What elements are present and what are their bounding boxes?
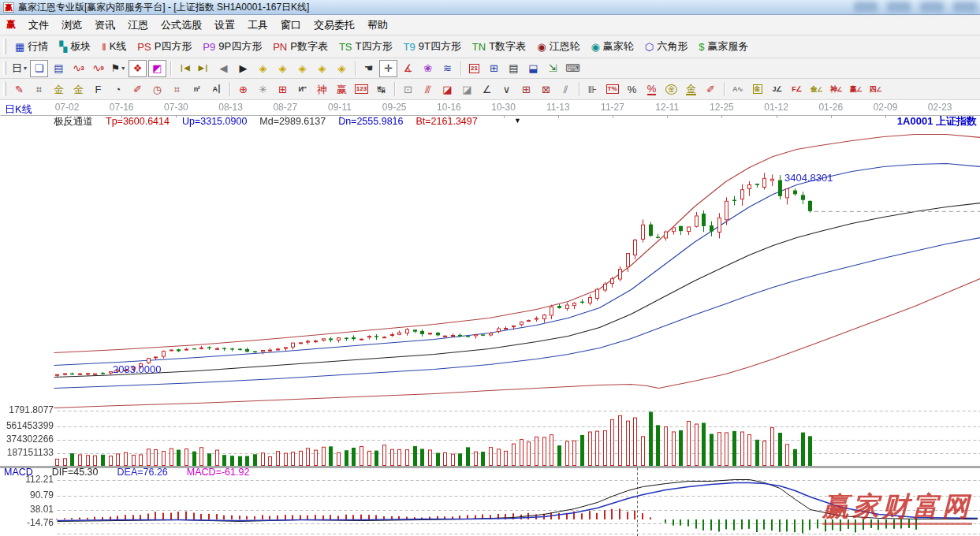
t-table-button[interactable]: TNT数字表 <box>467 37 531 56</box>
menu-item[interactable]: 设置 <box>208 15 241 35</box>
menu-item[interactable]: 交易委托 <box>307 15 361 35</box>
prev-bar-button[interactable]: ◀ <box>214 60 233 77</box>
next-bar-button[interactable]: ▶ <box>234 60 252 77</box>
crosshair-tool-button[interactable]: ✛ <box>379 60 397 77</box>
window-control-button[interactable] <box>953 2 977 12</box>
fit-y-button[interactable]: ◈ <box>313 60 331 77</box>
flag-dropdown[interactable]: ⚑▾ <box>109 60 127 77</box>
gold-angle-tool[interactable]: 金∠ <box>807 80 825 98</box>
width-gauge-tool[interactable]: ↹ <box>372 80 390 98</box>
wave-9-button[interactable]: ∿9 <box>89 60 107 77</box>
f10-info-button[interactable]: ▤ <box>50 60 68 77</box>
angle-rays-tool[interactable]: ∠ <box>478 80 496 98</box>
price-ladder-tool[interactable]: ⊪ <box>583 80 602 98</box>
t-square-button[interactable]: TST四方形 <box>333 37 398 56</box>
f-angle-tool[interactable]: F∠ <box>788 80 806 98</box>
parallel-lines-tool[interactable]: ⫽ <box>557 80 575 98</box>
9t-square-button[interactable]: T99T四方形 <box>397 37 466 56</box>
menu-item[interactable]: 工具 <box>241 15 274 35</box>
a-wave-tool[interactable]: A∿ <box>728 80 747 98</box>
f-grid-tool[interactable]: F <box>89 80 107 98</box>
spiral-tool[interactable]: ◔ <box>109 80 127 98</box>
circle-cross-tool[interactable]: ⊕ <box>234 80 252 98</box>
toolbar-grip[interactable] <box>3 39 6 54</box>
winner-wheel-button[interactable]: ◉赢家轮 <box>585 37 639 56</box>
brush-tool[interactable]: ✐ <box>129 80 147 98</box>
gann-flower-button[interactable]: ❀ <box>419 60 437 77</box>
winner-service-button[interactable]: $赢家服务 <box>693 37 754 56</box>
fan-box-tool[interactable]: ◪ <box>438 80 456 98</box>
gold-grid2-tool[interactable]: 金 <box>69 80 88 98</box>
a-channel-tool[interactable]: A⎮ <box>207 80 225 98</box>
si-angle-tool[interactable]: 四∠ <box>866 80 885 98</box>
toolbar-grip[interactable] <box>3 61 6 76</box>
menu-item[interactable]: 江恩 <box>121 15 155 35</box>
kline-button[interactable]: ‖K线 <box>96 37 132 56</box>
fan-lines-tool[interactable]: ⫻ <box>419 80 437 98</box>
ruler-123-tool[interactable]: 123 <box>352 80 371 98</box>
gold-line-tool[interactable]: 金 <box>682 80 700 98</box>
square-web-tool[interactable]: ⊞ <box>274 80 292 98</box>
menu-item[interactable]: 帮助 <box>361 15 394 35</box>
select-rect-tool[interactable]: ⊡ <box>399 80 417 98</box>
gann-box-button[interactable]: ❖ <box>129 60 147 77</box>
menu-item[interactable]: 窗口 <box>274 15 307 35</box>
window-control-button[interactable] <box>920 2 944 12</box>
ying-angle-tool[interactable]: 赢∠ <box>847 80 865 98</box>
red-grid-tool[interactable]: ⊞ <box>517 80 535 98</box>
menu-item[interactable]: 资讯 <box>88 15 121 35</box>
calendar-button[interactable]: 21 <box>465 60 483 77</box>
menu-item[interactable]: 浏览 <box>55 15 88 35</box>
9p-square-button[interactable]: P99P四方形 <box>197 37 267 56</box>
quotes-button[interactable]: ▦行情 <box>9 37 54 56</box>
zoom-view-button[interactable]: ❏ <box>30 60 48 77</box>
gann-wheel-button[interactable]: ◉江恩轮 <box>531 37 585 56</box>
compress-x-button[interactable]: ◈ <box>254 60 272 77</box>
time-cycle-tool[interactable]: ◷ <box>148 80 166 98</box>
hexagon-button[interactable]: ⬡六角形 <box>639 37 693 56</box>
window-control-button[interactable] <box>887 2 911 12</box>
p-square-button[interactable]: PSP四方形 <box>132 37 197 56</box>
memo-button[interactable]: ▤ <box>505 60 523 77</box>
fit-all-button[interactable]: ◈ <box>333 60 351 77</box>
t-percent-tool[interactable]: T% <box>603 80 621 98</box>
wave-3-button[interactable]: ∿3 <box>69 60 88 77</box>
k-mark-tool[interactable]: И″ <box>293 80 311 98</box>
shen-tool[interactable]: 神 <box>313 80 331 98</box>
percent-line-tool[interactable]: % <box>643 80 661 98</box>
zigzag-tool[interactable]: ∨ <box>497 80 516 98</box>
hand-tool-button[interactable]: ☚ <box>360 60 378 77</box>
last-bar-button[interactable]: ▶❘ <box>195 60 213 77</box>
fit-x-button[interactable]: ◈ <box>293 60 311 77</box>
red-grid2-tool[interactable]: ⊠ <box>537 80 555 98</box>
pc-data-button[interactable]: ⌨ <box>564 60 582 77</box>
shen-angle-tool[interactable]: 神∠ <box>827 80 845 98</box>
p-table-button[interactable]: PNP数字表 <box>267 37 333 56</box>
kline-chart-canvas[interactable] <box>0 100 980 536</box>
export-button[interactable]: ⇲ <box>544 60 562 77</box>
wave-tool-button[interactable]: ≋ <box>438 60 456 77</box>
gold-grid-tool[interactable]: 金 <box>50 80 68 98</box>
ink-brush-tool[interactable]: ✐ <box>702 80 720 98</box>
save-button[interactable]: ⬓ <box>524 60 542 77</box>
menu-item[interactable]: 公式选股 <box>155 15 208 35</box>
angle-tool-button[interactable]: ∡ <box>399 60 417 77</box>
ying-tool[interactable]: 赢 <box>333 80 351 98</box>
compass-pen-tool[interactable]: ✎ <box>10 80 28 98</box>
gann-grid-tool[interactable]: ⌗ <box>30 80 48 98</box>
radial-web-tool[interactable]: ✳ <box>254 80 272 98</box>
window-control-button[interactable] <box>854 2 878 12</box>
n-square-tool[interactable]: n² <box>188 80 206 98</box>
first-bar-button[interactable]: ❘◀ <box>175 60 193 77</box>
toolbar-grip[interactable] <box>3 82 6 96</box>
color-chart-button[interactable]: ◩ <box>148 60 166 77</box>
j-angle-tool[interactable]: J∠ <box>768 80 786 98</box>
fan-box-gray-tool[interactable]: ◪ <box>458 80 476 98</box>
menu-item[interactable]: 文件 <box>22 15 55 35</box>
gold-circle-tool[interactable]: 金 <box>662 80 680 98</box>
calculator-button[interactable]: ⊞ <box>485 60 503 77</box>
gold-box-tool[interactable]: 金 <box>748 80 766 98</box>
expand-x-button[interactable]: ◈ <box>274 60 292 77</box>
sectors-button[interactable]: ▚板块 <box>54 37 96 56</box>
period-day-dropdown[interactable]: 日▾ <box>10 60 28 77</box>
